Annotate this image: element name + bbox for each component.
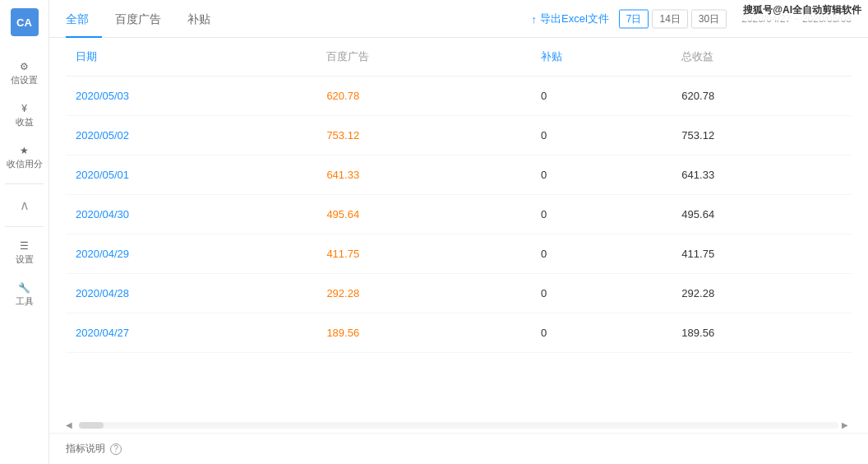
col-header-baidu: 百度广告 — [316, 38, 531, 77]
export-label: 导出Excel文件 — [540, 12, 609, 26]
date-range-buttons: 7日 14日 30日 — [619, 9, 727, 28]
config-icon: ☰ — [20, 240, 29, 252]
footer: 指标说明 ? — [49, 433, 868, 464]
cell-date: 2020/04/28 — [66, 274, 316, 313]
indicator-label[interactable]: 指标说明 — [66, 442, 105, 456]
upload-icon: ↑ — [532, 12, 538, 25]
cell-subsidy: 0 — [531, 313, 672, 353]
sidebar-item-settings-label: 信设置 — [11, 74, 38, 86]
cell-date: 2020/05/01 — [66, 155, 316, 195]
sidebar-item-credit-label: 收信用分 — [7, 158, 43, 170]
sidebar-item-tools-label: 工具 — [16, 295, 34, 308]
col-header-subsidy: 补贴 — [531, 38, 672, 77]
cell-total: 753.12 — [672, 116, 852, 155]
cell-baidu: 411.75 — [316, 234, 531, 274]
table-row: 2020/04/28 292.28 0 292.28 — [66, 274, 852, 313]
sidebar-divider — [5, 183, 44, 184]
col-header-total: 总收益 — [672, 38, 852, 77]
collapse-button[interactable]: ∧ — [0, 189, 48, 221]
col-header-date: 日期 — [66, 38, 316, 77]
revenue-icon: ¥ — [21, 103, 27, 114]
cell-total: 495.64 — [672, 195, 852, 234]
cell-subsidy: 0 — [531, 77, 672, 116]
table-row: 2020/04/27 189.56 0 189.56 — [66, 313, 852, 353]
cell-baidu: 753.12 — [316, 116, 531, 155]
table-row: 2020/04/30 495.64 0 495.64 — [66, 195, 852, 234]
cell-baidu: 620.78 — [316, 77, 531, 116]
tab-subsidy[interactable]: 补贴 — [174, 0, 224, 38]
avatar: CA — [11, 8, 39, 36]
scroll-track[interactable] — [79, 422, 839, 429]
cell-date: 2020/04/27 — [66, 313, 316, 353]
sidebar-item-revenue-label: 收益 — [16, 116, 34, 128]
tab-baidu-ads[interactable]: 百度广告 — [102, 0, 174, 38]
table-row: 2020/04/29 411.75 0 411.75 — [66, 234, 852, 274]
sidebar-divider-2 — [5, 226, 44, 227]
cell-total: 411.75 — [672, 234, 852, 274]
cell-subsidy: 0 — [531, 195, 672, 234]
settings-icon: ⚙ — [20, 61, 29, 72]
date-range-display: 2020/04/27 ~ 2020/05/03 — [741, 13, 852, 25]
cell-subsidy: 0 — [531, 116, 672, 155]
cell-date: 2020/05/03 — [66, 77, 316, 116]
cell-total: 641.33 — [672, 155, 852, 195]
help-icon[interactable]: ? — [110, 443, 122, 455]
tab-all[interactable]: 全部 — [66, 0, 102, 38]
date-btn-14[interactable]: 14日 — [652, 9, 687, 28]
sidebar-item-settings[interactable]: ⚙ 信设置 — [0, 53, 48, 95]
cell-total: 189.56 — [672, 313, 852, 353]
cell-date: 2020/05/02 — [66, 116, 316, 155]
cell-baidu: 641.33 — [316, 155, 531, 195]
scroll-thumb[interactable] — [79, 422, 104, 429]
cell-baidu: 292.28 — [316, 274, 531, 313]
sidebar-item-config-label: 设置 — [16, 253, 34, 266]
tools-icon: 🔧 — [18, 282, 30, 294]
sidebar-item-credit[interactable]: ★ 收信用分 — [0, 137, 48, 179]
chevron-up-icon: ∧ — [20, 198, 30, 212]
sidebar-item-config[interactable]: ☰ 设置 — [0, 232, 48, 274]
scroll-right-icon[interactable]: ▶ — [842, 420, 852, 429]
cell-subsidy: 0 — [531, 155, 672, 195]
table-row: 2020/05/02 753.12 0 753.12 — [66, 116, 852, 155]
horizontal-scrollbar[interactable]: ◀ ▶ — [49, 417, 868, 433]
cell-baidu: 189.56 — [316, 313, 531, 353]
cell-date: 2020/04/30 — [66, 195, 316, 234]
revenue-table: 日期 百度广告 补贴 总收益 2020/05/03 620.78 0 620.7… — [66, 38, 852, 353]
table-row: 2020/05/03 620.78 0 620.78 — [66, 77, 852, 116]
table-row: 2020/05/01 641.33 0 641.33 — [66, 155, 852, 195]
cell-date: 2020/04/29 — [66, 234, 316, 274]
cell-subsidy: 0 — [531, 274, 672, 313]
toolbar: ↑ 导出Excel文件 7日 14日 30日 2020/04/27 ~ 2020… — [532, 9, 852, 28]
main-content: 全部 百度广告 补贴 ↑ 导出Excel文件 7日 14日 30日 2020/0… — [49, 0, 868, 464]
sidebar-item-tools[interactable]: 🔧 工具 — [0, 274, 48, 316]
tab-bar: 全部 百度广告 补贴 ↑ 导出Excel文件 7日 14日 30日 2020/0… — [49, 0, 868, 38]
date-btn-30[interactable]: 30日 — [691, 9, 727, 28]
cell-baidu: 495.64 — [316, 195, 531, 234]
cell-total: 292.28 — [672, 274, 852, 313]
date-btn-7[interactable]: 7日 — [619, 9, 649, 28]
sidebar: CA ⚙ 信设置 ¥ 收益 ★ 收信用分 ∧ ☰ 设置 🔧 工具 — [0, 0, 49, 464]
cell-total: 620.78 — [672, 77, 852, 116]
sidebar-item-revenue[interactable]: ¥ 收益 — [0, 95, 48, 137]
cell-subsidy: 0 — [531, 234, 672, 274]
credit-icon: ★ — [20, 145, 29, 156]
export-button[interactable]: ↑ 导出Excel文件 — [532, 12, 609, 26]
scroll-left-icon[interactable]: ◀ — [66, 420, 76, 429]
data-table-container[interactable]: 日期 百度广告 补贴 总收益 2020/05/03 620.78 0 620.7… — [49, 38, 868, 417]
